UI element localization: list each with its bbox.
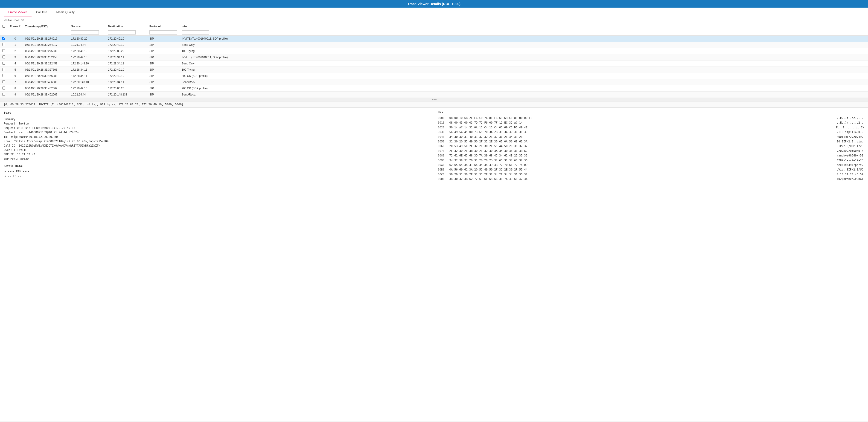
header-timestamp[interactable]: Timestamp (EST) (23, 23, 69, 30)
filter-source-col[interactable] (69, 30, 106, 36)
hex-offset: 0080 (438, 153, 447, 158)
hex-ascii: P 10.21.24.44:52 (837, 172, 864, 177)
frames-table: Frame # Timestamp (EST) Source Destinati… (0, 23, 868, 98)
row-checkbox-cell[interactable] (0, 85, 8, 92)
row-destination: 172.28.34.11 (106, 54, 147, 61)
row-source: 10.21.24.44 (69, 42, 106, 48)
row-checkbox-cell[interactable] (0, 92, 8, 98)
row-protocol: SIP (147, 42, 179, 48)
row-checkbox-cell[interactable] (0, 67, 8, 73)
table-row[interactable]: 2 05/14/21 20:28:33:275636 172.20.49.10 … (0, 48, 868, 54)
drag-dots (432, 99, 437, 100)
header-source[interactable]: Source (69, 23, 106, 30)
header-checkbox[interactable] (0, 23, 8, 30)
hex-ascii: 402;branch=z9hG4 (837, 177, 864, 181)
table-row[interactable]: 6 05/14/21 20:28:33:456988 172.28.34.11 … (0, 73, 868, 79)
table-header-row: Frame # Timestamp (EST) Source Destinati… (0, 23, 868, 30)
header-frame[interactable]: Frame # (8, 23, 23, 30)
row-checkbox[interactable] (2, 87, 5, 90)
row-protocol: SIP (147, 48, 179, 54)
hex-panel-title: Hex (438, 110, 865, 114)
table-row[interactable]: 1 05/14/21 20:28:33:274017 10.21.24.44 1… (0, 42, 868, 48)
row-checkbox[interactable] (2, 68, 5, 71)
row-checkbox[interactable] (2, 56, 5, 59)
info-filter-input[interactable] (182, 30, 209, 34)
row-frame: 1 (8, 42, 23, 48)
hex-offset: 0000 (438, 116, 447, 120)
row-checkbox-cell[interactable] (0, 42, 8, 48)
row-info: Send Only (179, 61, 868, 67)
hex-offset: 00B0 (438, 167, 447, 172)
row-checkbox[interactable] (2, 62, 5, 65)
row-source: 172.20.49.10 (69, 48, 106, 54)
tab-media-quality[interactable]: Media Quality (52, 8, 79, 17)
row-info: 200 OK (SDP profile) (179, 85, 868, 92)
row-timestamp: 05/14/21 20:28:33:282458 (23, 61, 69, 67)
tree-item-eth[interactable]: + ---- ETH ---- (4, 169, 430, 174)
source-filter-input[interactable] (71, 30, 99, 34)
tree-expand-eth[interactable]: + (4, 170, 7, 173)
filter-dest-col[interactable] (106, 30, 147, 36)
tree-label-ip: -- IP -- (8, 174, 21, 178)
row-checkbox-cell[interactable] (0, 79, 8, 85)
drag-dot-3 (435, 99, 437, 100)
row-checkbox-cell[interactable] (0, 73, 8, 79)
table-row[interactable]: 5 05/14/21 20:28:33:327508 172.28.34.11 … (0, 67, 868, 73)
tab-frame-viewer[interactable]: Frame Viewer (4, 8, 32, 17)
text-panel-title: Text (4, 110, 430, 115)
tree-expand-ip[interactable]: + (4, 175, 7, 178)
row-checkbox-cell[interactable] (0, 54, 8, 61)
protocol-filter-input[interactable] (149, 30, 177, 34)
row-checkbox[interactable] (2, 80, 5, 83)
row-timestamp: 05/14/21 20:28:33:462067 (23, 85, 69, 92)
hex-row: 0060 20 53 49 50 2F 32 2E 30 2F 55 44 50… (438, 144, 865, 149)
table-row[interactable]: 3 05/14/21 20:28:33:282458 172.20.49.10 … (0, 54, 868, 61)
row-frame: 0 (8, 36, 23, 42)
row-checkbox[interactable] (2, 49, 5, 52)
hex-offset: 00A0 (438, 163, 447, 167)
row-checkbox[interactable] (2, 93, 5, 96)
row-checkbox-cell[interactable] (0, 36, 8, 42)
header-info[interactable]: Info (179, 23, 868, 30)
table-row[interactable]: 7 05/14/21 20:28:33:456988 172.20.148.10… (0, 79, 868, 85)
hex-bytes: 62 65 65 34 31 64 35 34 39 3B 72 70 6F 7… (450, 163, 834, 167)
table-row[interactable]: 8 05/14/21 20:28:33:462067 172.20.49.10 … (0, 85, 868, 92)
row-checkbox-cell[interactable] (0, 61, 8, 67)
filter-info-col[interactable] (179, 30, 868, 36)
row-protocol: SIP (147, 61, 179, 67)
header-destination[interactable]: Destination (106, 23, 147, 30)
hex-row: 00A0 62 65 65 34 31 64 35 34 39 3B 72 70… (438, 163, 865, 167)
filter-checkbox-col (0, 30, 8, 36)
hex-bytes: 08 00 10 6B 2E E6 CD 74 8E F8 61 63 C1 8… (450, 116, 834, 120)
header-protocol[interactable]: Protocol (147, 23, 179, 30)
row-checkbox[interactable] (2, 74, 5, 77)
hex-row: 0080 72 61 6E 63 68 3D 7A 39 68 47 34 62… (438, 153, 865, 158)
table-row[interactable]: 9 05/14/21 20:28:33:462067 10.21.24.44 1… (0, 92, 868, 98)
filter-protocol-col[interactable] (147, 30, 179, 36)
table-row[interactable]: 0 05/14/21 20:28:33:274017 172.20.80.20 … (0, 36, 868, 42)
hex-row: 0050 31 30 20 53 49 50 2F 32 2E 30 0D 0A… (438, 139, 865, 144)
row-destination: 172.20.80.20 (106, 48, 147, 54)
hex-row: 0030 56 49 54 45 00 73 69 70 3A 2B 31 34… (438, 130, 865, 134)
summary-bar: [0, 00:28:33:274017, INVITE (To:40019400… (0, 101, 868, 108)
tab-call-info[interactable]: Call Info (32, 8, 52, 17)
drag-handle[interactable] (0, 98, 868, 101)
select-all-checkbox[interactable] (2, 25, 5, 28)
destination-filter-input[interactable] (108, 30, 135, 34)
hex-ascii: .Via: SIP/2.0/UD (837, 167, 864, 172)
hex-row: 0020 50 14 AC 14 31 0A 13 C4 13 C4 03 69… (438, 125, 865, 130)
row-timestamp: 05/14/21 20:28:33:456988 (23, 79, 69, 85)
row-checkbox[interactable] (2, 43, 5, 46)
row-source: 172.20.148.10 (69, 61, 106, 67)
hex-bytes: 31 30 20 53 49 50 2F 32 2E 30 0D 0A 56 6… (450, 139, 834, 144)
row-checkbox[interactable] (2, 37, 5, 40)
table-row[interactable]: 4 05/14/21 20:28:33:282458 172.20.148.10… (0, 61, 868, 67)
row-source: 172.20.148.10 (69, 79, 106, 85)
hex-ascii: VITE sip:+140019 (837, 130, 864, 134)
row-destination: 172.28.34.11 (106, 79, 147, 85)
row-frame: 5 (8, 67, 23, 73)
row-info: 100 Trying (179, 67, 868, 73)
tree-item-ip[interactable]: + -- IP -- (4, 174, 430, 178)
filter-timestamp-col (23, 30, 69, 36)
row-checkbox-cell[interactable] (0, 48, 8, 54)
